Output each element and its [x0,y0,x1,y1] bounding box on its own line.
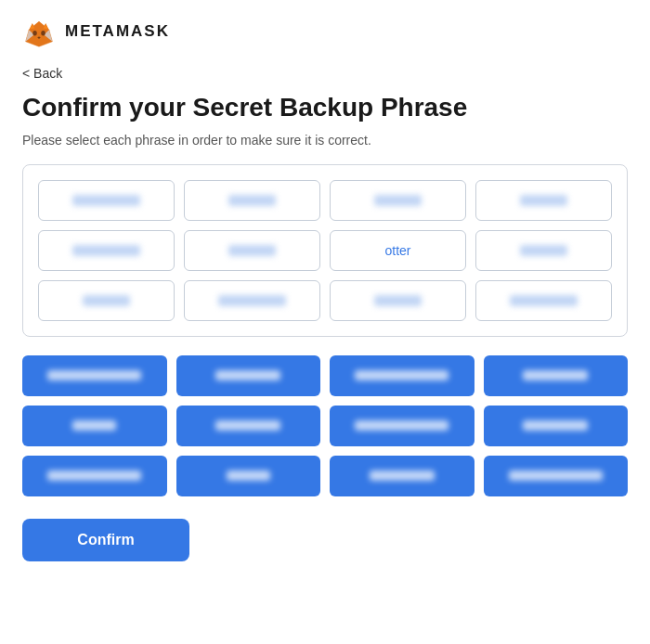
word-chip-6[interactable] [176,406,321,446]
drop-slot-4[interactable] [475,180,612,221]
word-chip-9[interactable] [22,456,167,496]
word-chip-4[interactable] [484,355,629,396]
word-chip-5[interactable] [22,406,167,446]
drop-slot-10[interactable] [184,280,320,321]
word-chip-10[interactable] [176,456,321,496]
word-bank [22,355,628,496]
page-wrapper: METAMASK < Back Confirm your Secret Back… [0,0,650,644]
confirm-button[interactable]: Confirm [22,519,189,561]
svg-point-5 [32,31,37,35]
drop-slot-6[interactable] [184,230,320,271]
drop-slot-11[interactable] [330,280,466,321]
drop-slot-3[interactable] [330,180,466,221]
logo-text: METAMASK [65,22,170,41]
page-subtitle: Please select each phrase in order to ma… [22,133,628,148]
word-chip-12[interactable] [484,456,629,496]
back-button[interactable]: < Back [22,66,62,81]
word-chip-8[interactable] [484,406,629,446]
word-chip-3[interactable] [330,355,474,396]
word-drop-grid: otter [38,180,612,321]
drop-slot-8[interactable] [475,230,612,271]
drop-slot-7[interactable]: otter [330,230,466,271]
slot-7-text: otter [384,243,410,258]
word-chip-11[interactable] [330,456,474,496]
drop-slot-1[interactable] [38,180,175,221]
word-chip-2[interactable] [176,355,321,396]
drop-slot-9[interactable] [38,280,175,321]
word-chip-1[interactable] [22,355,167,396]
drop-slot-5[interactable] [38,230,175,271]
word-chip-7[interactable] [330,406,474,446]
header: METAMASK [22,15,628,48]
drop-slot-2[interactable] [184,180,320,221]
drop-slot-12[interactable] [475,280,612,321]
dropzone-container: otter [22,164,628,337]
page-title: Confirm your Secret Backup Phrase [22,92,628,123]
metamask-logo-icon [22,15,56,48]
svg-point-6 [41,31,46,35]
